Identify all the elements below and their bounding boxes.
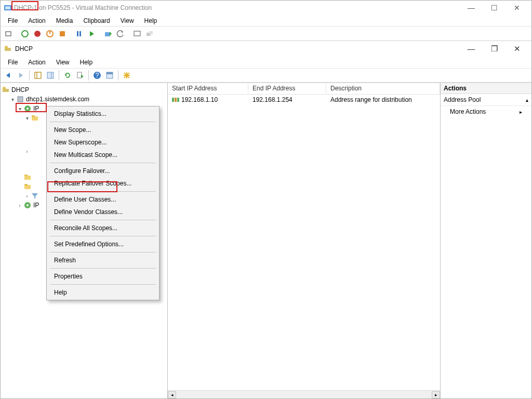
vm-menu-media[interactable]: Media <box>51 17 78 24</box>
dhcp-menu-view[interactable]: View <box>51 59 75 66</box>
context-menu-separator <box>50 252 156 252</box>
ctx-properties[interactable]: Properties <box>47 270 159 283</box>
svg-text:?: ? <box>96 72 99 79</box>
dhcp-titlebar: DHCP — ❐ ✕ <box>1 41 531 57</box>
vm-app-icon <box>4 4 12 12</box>
vm-tool-save-icon[interactable] <box>57 28 68 39</box>
dhcp-minimize-button[interactable]: — <box>460 41 483 57</box>
dhcp-menu-file[interactable]: File <box>3 59 23 66</box>
tool-export-list-icon[interactable] <box>74 70 86 81</box>
server-icon <box>16 95 24 103</box>
svg-rect-14 <box>134 31 140 36</box>
ctx-new-scope[interactable]: New Scope... <box>47 124 159 136</box>
svg-rect-52 <box>177 98 179 102</box>
vm-titlebar: DHCP-1 on PC5525 - Virtual Machine Conne… <box>1 1 531 15</box>
col-start-ip[interactable]: Start IP Address <box>168 83 248 94</box>
dhcp-close-button[interactable]: ✕ <box>506 41 528 57</box>
tree-pane: DHCP ▾ dhcp1.sistemdesk.com ▾ IP ▾ <box>1 83 168 398</box>
vm-tool-ctrl-alt-del-icon[interactable] <box>3 28 14 39</box>
ctx-refresh[interactable]: Refresh <box>47 254 159 267</box>
tool-new-scope-icon[interactable] <box>121 70 132 81</box>
tool-help-icon[interactable]: ? <box>91 70 103 81</box>
ctx-define-user-classes[interactable]: Define User Classes... <box>47 193 159 206</box>
svg-rect-16 <box>149 31 153 34</box>
ctx-configure-failover[interactable]: Configure Failover... <box>47 165 159 177</box>
svg-rect-1 <box>5 6 10 9</box>
vm-tool-start-icon[interactable] <box>19 28 31 39</box>
vm-close-button[interactable]: ✕ <box>506 1 528 15</box>
chevron-down-icon[interactable]: ▾ <box>23 115 31 121</box>
actions-more[interactable]: More Actions ▸ <box>441 106 531 117</box>
filter-icon <box>31 192 39 200</box>
ctx-new-multicast[interactable]: New Multicast Scope... <box>47 149 159 161</box>
tool-showhide-action-icon[interactable] <box>45 70 56 81</box>
ctx-set-predefined[interactable]: Set Predefined Options... <box>47 238 159 250</box>
tree-dhcp-root[interactable]: DHCP <box>2 85 166 95</box>
scroll-right-icon[interactable]: ▸ <box>432 391 440 398</box>
ctx-display-statistics[interactable]: Display Statistics... <box>47 108 159 120</box>
svg-rect-9 <box>79 31 81 36</box>
tool-showhide-tree-icon[interactable] <box>32 70 44 81</box>
context-menu-separator <box>50 284 156 285</box>
tool-pane-icon[interactable] <box>104 70 115 81</box>
ctx-reconcile-scopes[interactable]: Reconcile All Scopes... <box>47 222 159 234</box>
dhcp-menu-action[interactable]: Action <box>23 59 50 66</box>
vm-menu-help[interactable]: Help <box>139 17 163 24</box>
cell-start-ip: 192.168.1.10 <box>181 96 218 103</box>
nav-back-icon[interactable] <box>3 70 14 81</box>
svg-point-18 <box>5 46 8 49</box>
tool-refresh-icon[interactable] <box>62 70 73 81</box>
vm-maximize-button[interactable]: ☐ <box>483 1 506 15</box>
chevron-right-icon[interactable]: › <box>23 193 31 199</box>
context-menu: Display Statistics... New Scope... New S… <box>46 106 159 300</box>
actions-section-address-pool[interactable]: Address Pool ▴ <box>441 94 531 106</box>
collapse-up-icon: ▴ <box>526 97 528 103</box>
vm-menubar: File Action Media Clipboard View Help <box>1 15 531 26</box>
vm-window: DHCP-1 on PC5525 - Virtual Machine Conne… <box>0 0 532 399</box>
dhcp-restore-button[interactable]: ❐ <box>483 41 506 57</box>
actions-more-label: More Actions <box>450 108 486 115</box>
vm-menu-file[interactable]: File <box>3 17 23 24</box>
vm-menu-clipboard[interactable]: Clipboard <box>78 17 115 24</box>
svg-point-40 <box>26 108 29 110</box>
scroll-left-icon[interactable]: ◂ <box>168 391 176 398</box>
vm-tool-revert-icon[interactable] <box>115 28 126 39</box>
ctx-replicate-failover[interactable]: Replicate Failover Scopes... <box>47 177 159 190</box>
vm-menu-action[interactable]: Action <box>23 17 50 24</box>
svg-rect-2 <box>6 32 11 36</box>
col-description[interactable]: Description <box>326 83 440 94</box>
vm-menu-view[interactable]: View <box>115 17 139 24</box>
vm-minimize-button[interactable]: — <box>460 1 483 15</box>
tree-server[interactable]: ▾ dhcp1.sistemdesk.com <box>2 95 166 104</box>
cell-end-ip: 192.168.1.254 <box>248 96 326 103</box>
chevron-down-icon[interactable]: ▾ <box>16 106 23 112</box>
dhcp-root-icon <box>2 86 10 94</box>
vm-tool-share-icon[interactable] <box>144 28 155 39</box>
context-menu-separator <box>50 163 156 163</box>
ctx-new-superscope[interactable]: New Superscope... <box>47 136 159 149</box>
table-row[interactable]: 192.168.1.10 192.168.1.254 Address range… <box>168 95 440 105</box>
vm-tool-enhanced-session-icon[interactable] <box>131 28 143 39</box>
col-end-ip[interactable]: End IP Address <box>248 83 326 94</box>
dhcp-menu-help[interactable]: Help <box>75 59 98 66</box>
svg-rect-42 <box>32 115 35 117</box>
ctx-help[interactable]: Help <box>47 286 159 299</box>
chevron-right-icon[interactable]: › <box>16 203 23 208</box>
vm-window-controls: — ☐ ✕ <box>460 1 528 15</box>
svg-marker-19 <box>6 73 10 78</box>
chevron-right-icon[interactable]: › <box>23 149 31 154</box>
vm-tool-shutdown-icon[interactable] <box>44 28 56 39</box>
nav-forward-icon[interactable] <box>15 70 26 81</box>
vm-tool-turnoff-icon[interactable] <box>32 28 43 39</box>
tree-ipv4-label: IP <box>33 105 39 112</box>
vm-tool-reset-icon[interactable] <box>86 28 97 39</box>
svg-rect-50 <box>172 98 174 102</box>
horizontal-scrollbar[interactable]: ◂ ▸ <box>168 390 440 398</box>
vm-tool-pause-icon[interactable] <box>73 28 85 39</box>
vm-tool-checkpoint-icon[interactable] <box>102 28 114 39</box>
svg-rect-11 <box>105 32 110 36</box>
actions-section-label: Address Pool <box>444 96 481 103</box>
ctx-define-vendor-classes[interactable]: Define Vendor Classes... <box>47 206 159 218</box>
dhcp-app-icon <box>4 45 12 53</box>
chevron-down-icon[interactable]: ▾ <box>9 97 16 102</box>
